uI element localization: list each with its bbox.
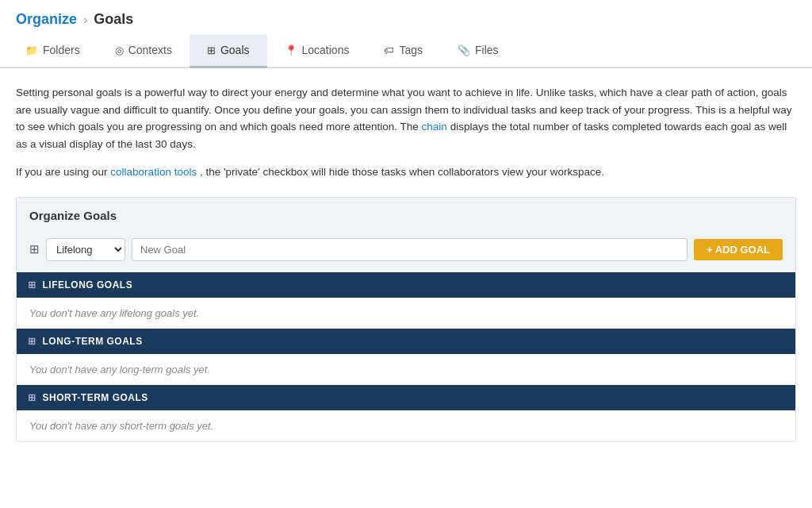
- tab-folders[interactable]: 📁 Folders: [8, 34, 98, 68]
- longterm-goals-empty: You don't have any long-term goals yet.: [17, 354, 795, 385]
- tags-icon: 🏷: [384, 44, 394, 56]
- longterm-section-icon: ⊞: [28, 336, 36, 347]
- tab-locations-label: Locations: [302, 44, 350, 56]
- lifelong-goals-section: ⊞ LIFELONG GOALS You don't have any life…: [17, 272, 795, 329]
- tab-contexts[interactable]: ◎ Contexts: [98, 34, 190, 68]
- tab-navigation: 📁 Folders ◎ Contexts ⊞ Goals 📍 Locations…: [0, 34, 812, 68]
- lifelong-goals-empty: You don't have any lifelong goals yet.: [17, 298, 795, 329]
- breadcrumb: Organize › Goals: [0, 0, 812, 34]
- add-goal-button[interactable]: + ADD GOAL: [694, 239, 783, 260]
- organize-goals-title: Organize Goals: [17, 198, 795, 232]
- longterm-goals-section: ⊞ LONG-TERM GOALS You don't have any lon…: [17, 329, 795, 385]
- tab-files-label: Files: [475, 44, 499, 56]
- shortterm-goals-header: ⊞ SHORT-TERM GOALS: [17, 385, 795, 410]
- tab-contexts-label: Contexts: [128, 44, 172, 56]
- description-paragraph1: Setting personal goals is a powerful way…: [16, 84, 796, 152]
- breadcrumb-separator: ›: [83, 13, 87, 27]
- tab-folders-label: Folders: [43, 44, 80, 56]
- files-icon: 📎: [458, 44, 470, 56]
- page-wrapper: Organize › Goals 📁 Folders ◎ Contexts ⊞ …: [0, 0, 812, 508]
- folders-icon: 📁: [25, 44, 38, 56]
- tab-tags[interactable]: 🏷 Tags: [366, 34, 440, 68]
- lifelong-goals-header: ⊞ LIFELONG GOALS: [17, 272, 795, 298]
- shortterm-goals-section: ⊞ SHORT-TERM GOALS You don't have any sh…: [17, 385, 795, 441]
- description-paragraph2: If you are using our collaboration tools…: [16, 164, 796, 181]
- collaboration-tools-link[interactable]: collaboration tools: [110, 166, 197, 178]
- chain-link[interactable]: chain: [422, 121, 447, 133]
- tab-files[interactable]: 📎 Files: [440, 34, 516, 68]
- longterm-goals-header: ⊞ LONG-TERM GOALS: [17, 329, 795, 354]
- goals-icon: ⊞: [207, 44, 216, 56]
- breadcrumb-current: Goals: [94, 11, 133, 28]
- breadcrumb-organize-link[interactable]: Organize: [16, 11, 77, 28]
- shortterm-section-icon: ⊞: [28, 392, 36, 403]
- tab-locations[interactable]: 📍 Locations: [267, 34, 367, 68]
- lifelong-section-icon: ⊞: [28, 279, 36, 291]
- goal-type-select[interactable]: Lifelong Long-term Short-term: [46, 238, 125, 261]
- tab-goals[interactable]: ⊞ Goals: [190, 34, 267, 68]
- shortterm-goals-empty: You don't have any short-term goals yet.: [17, 410, 795, 441]
- new-goal-input[interactable]: [132, 238, 688, 261]
- tab-tags-label: Tags: [399, 44, 423, 56]
- organize-goals-box: Organize Goals ⊞ Lifelong Long-term Shor…: [16, 197, 796, 442]
- main-content: Setting personal goals is a powerful way…: [0, 68, 812, 458]
- locations-icon: 📍: [285, 44, 297, 56]
- tab-goals-label: Goals: [220, 44, 250, 56]
- add-goal-row: ⊞ Lifelong Long-term Short-term + ADD GO…: [17, 232, 795, 272]
- goal-type-icon: ⊞: [29, 242, 40, 256]
- contexts-icon: ◎: [115, 44, 124, 56]
